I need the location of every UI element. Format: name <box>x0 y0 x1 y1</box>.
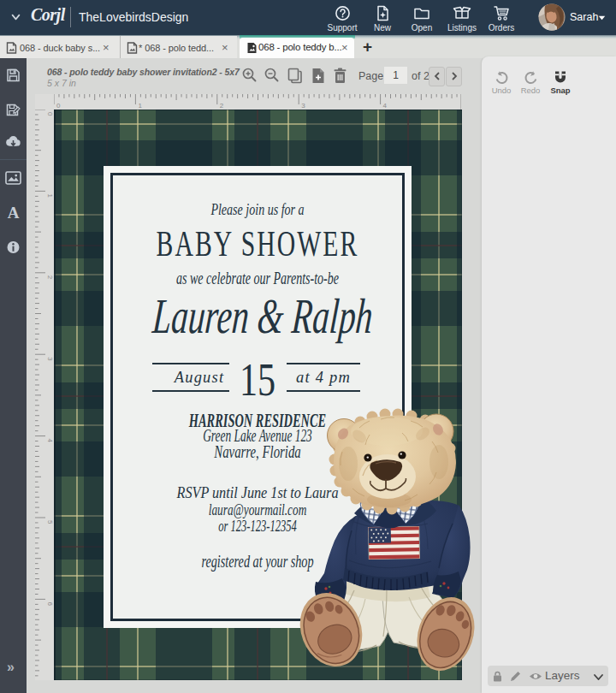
svg-text:4: 4 <box>383 102 388 110</box>
svg-text:1: 1 <box>46 193 54 198</box>
svg-text:2: 2 <box>46 275 54 280</box>
svg-text:6: 6 <box>46 601 54 606</box>
svg-text:3: 3 <box>301 102 305 110</box>
svg-text:1: 1 <box>138 102 142 110</box>
svg-text:4: 4 <box>46 439 54 443</box>
svg-text:0: 0 <box>56 102 61 110</box>
svg-text:3: 3 <box>46 357 54 361</box>
svg-text:2: 2 <box>220 102 224 110</box>
svg-text:5: 5 <box>46 520 54 524</box>
svg-text:0: 0 <box>46 112 54 116</box>
